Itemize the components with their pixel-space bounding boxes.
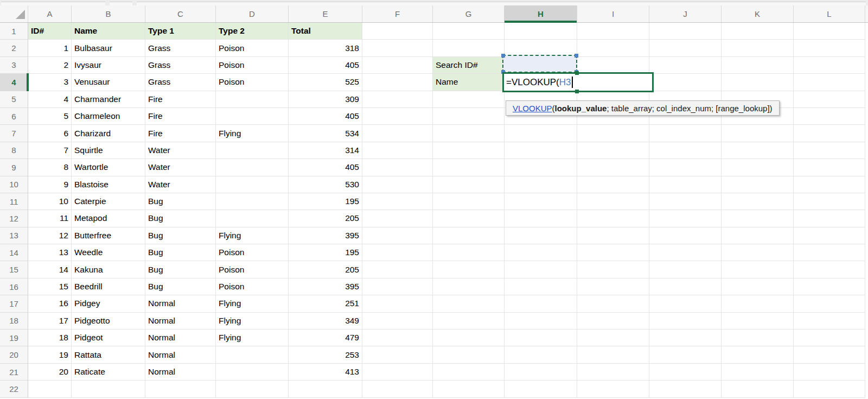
cell-D14[interactable]: Poison <box>216 244 289 261</box>
cell-L12[interactable] <box>794 210 865 227</box>
cell-D22[interactable] <box>216 381 289 397</box>
cell-G10[interactable] <box>433 176 505 193</box>
cell-G20[interactable] <box>433 346 505 363</box>
cell-F18[interactable] <box>362 313 433 330</box>
selection-handle-icon[interactable] <box>501 54 505 58</box>
name-box-edge[interactable] <box>1 2 105 5</box>
cell-K16[interactable] <box>722 278 794 295</box>
cell-L6[interactable] <box>794 108 865 125</box>
cell-F9[interactable] <box>362 159 433 176</box>
cell-K8[interactable] <box>722 142 794 159</box>
cell-G15[interactable] <box>433 261 505 278</box>
cell-E6[interactable]: 405 <box>289 108 362 125</box>
cell-C7[interactable]: Fire <box>145 125 216 142</box>
column-header-E[interactable]: E <box>289 5 362 22</box>
cell-L17[interactable] <box>794 295 865 312</box>
cell-B3[interactable]: Ivysaur <box>72 57 145 74</box>
cell-A14[interactable]: 13 <box>28 244 72 261</box>
cell-J14[interactable] <box>649 244 722 261</box>
cell-B18[interactable]: Pidgeotto <box>72 313 145 330</box>
cell-K12[interactable] <box>722 210 794 227</box>
cell-A9[interactable]: 8 <box>28 159 72 176</box>
cell-J16[interactable] <box>649 278 722 295</box>
cell-A20[interactable]: 19 <box>28 346 72 363</box>
cell-C5[interactable]: Fire <box>145 91 216 108</box>
row-header-19[interactable]: 19 <box>0 330 28 346</box>
cell-C3[interactable]: Grass <box>145 57 216 74</box>
cell-A21[interactable]: 20 <box>28 364 72 381</box>
row-header-3[interactable]: 3 <box>0 57 28 74</box>
cell-C13[interactable]: Bug <box>145 227 216 244</box>
cell-H10[interactable] <box>505 176 577 193</box>
cell-C4[interactable]: Grass <box>145 74 216 91</box>
cell-H19[interactable] <box>505 330 577 346</box>
cell-G1[interactable] <box>433 23 505 40</box>
cell-A5[interactable]: 4 <box>28 91 72 108</box>
cell-L18[interactable] <box>794 313 865 330</box>
cell-A1[interactable]: ID# <box>28 23 72 40</box>
cell-F8[interactable] <box>362 142 433 159</box>
cell-I10[interactable] <box>577 176 649 193</box>
cell-L2[interactable] <box>794 40 865 56</box>
cell-D4[interactable]: Poison <box>216 74 289 91</box>
cell-J19[interactable] <box>649 330 722 346</box>
cell-J1[interactable] <box>649 23 722 40</box>
cell-K17[interactable] <box>722 295 794 312</box>
cell-I19[interactable] <box>577 330 649 346</box>
cell-I12[interactable] <box>577 210 649 227</box>
cell-E14[interactable]: 195 <box>289 244 362 261</box>
cell-A11[interactable]: 10 <box>28 193 72 210</box>
cell-D3[interactable]: Poison <box>216 57 289 74</box>
cell-A15[interactable]: 14 <box>28 261 72 278</box>
cell-I2[interactable] <box>577 40 649 56</box>
cell-A17[interactable]: 16 <box>28 295 72 312</box>
cell-E10[interactable]: 530 <box>289 176 362 193</box>
row-header-4[interactable]: 4 <box>0 74 28 91</box>
cell-K13[interactable] <box>722 227 794 244</box>
cell-F16[interactable] <box>362 278 433 295</box>
cell-I20[interactable] <box>577 346 649 363</box>
cell-H13[interactable] <box>505 227 577 244</box>
cell-C20[interactable]: Normal <box>145 346 216 363</box>
cell-C22[interactable] <box>145 381 216 397</box>
cell-B12[interactable]: Metapod <box>72 210 145 227</box>
cell-F19[interactable] <box>362 330 433 346</box>
row-header-10[interactable]: 10 <box>0 176 28 193</box>
cell-D21[interactable] <box>216 364 289 381</box>
cell-H14[interactable] <box>505 244 577 261</box>
cell-K19[interactable] <box>722 330 794 346</box>
cell-G14[interactable] <box>433 244 505 261</box>
formula-editor-h4[interactable]: =VLOOKUP(H3 <box>502 72 654 92</box>
cell-E12[interactable]: 205 <box>289 210 362 227</box>
cell-E5[interactable]: 309 <box>289 91 362 108</box>
column-header-G[interactable]: G <box>433 5 505 22</box>
cell-F6[interactable] <box>362 108 433 125</box>
cell-L13[interactable] <box>794 227 865 244</box>
column-header-K[interactable]: K <box>722 5 794 22</box>
cell-E19[interactable]: 479 <box>289 330 362 346</box>
row-header-13[interactable]: 13 <box>0 227 28 244</box>
cell-F14[interactable] <box>362 244 433 261</box>
cell-F4[interactable] <box>362 74 433 91</box>
cell-E21[interactable]: 413 <box>289 364 362 381</box>
cell-C19[interactable]: Normal <box>145 330 216 346</box>
cell-B8[interactable]: Squirtle <box>72 142 145 159</box>
cell-H7[interactable] <box>505 125 577 142</box>
cell-B16[interactable]: Beedrill <box>72 278 145 295</box>
row-header-9[interactable]: 9 <box>0 159 28 176</box>
row-header-1[interactable]: 1 <box>0 23 28 40</box>
cell-A19[interactable]: 18 <box>28 330 72 346</box>
cell-G5[interactable] <box>433 91 505 108</box>
row-header-8[interactable]: 8 <box>0 142 28 159</box>
cell-L10[interactable] <box>794 176 865 193</box>
column-header-B[interactable]: B <box>72 5 145 22</box>
cell-C2[interactable]: Grass <box>145 40 216 56</box>
cell-C12[interactable]: Bug <box>145 210 216 227</box>
row-header-15[interactable]: 15 <box>0 261 28 278</box>
cell-I9[interactable] <box>577 159 649 176</box>
cell-B22[interactable] <box>72 381 145 397</box>
cell-L22[interactable] <box>794 381 865 397</box>
cell-B13[interactable]: Butterfree <box>72 227 145 244</box>
cell-G19[interactable] <box>433 330 505 346</box>
cell-C8[interactable]: Water <box>145 142 216 159</box>
